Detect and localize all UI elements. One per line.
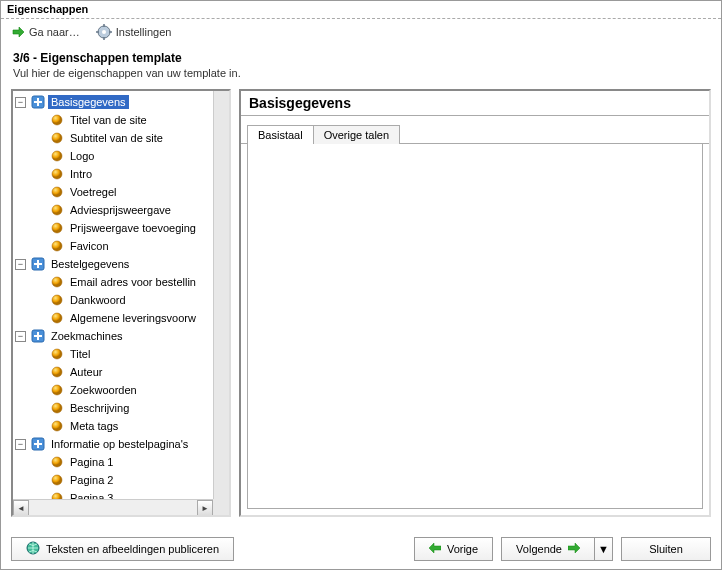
tree-item-label: Titel van de site [67,113,150,127]
tree-group[interactable]: −Bestelgegevens [15,255,227,273]
tree-item-label: Favicon [67,239,112,253]
page-heading: 3/6 - Eigenschappen template [1,45,721,67]
scroll-left-button[interactable]: ◄ [13,500,29,516]
tree-item[interactable]: Auteur [33,363,227,381]
tree-item[interactable]: Beschrijving [33,399,227,417]
ball-icon [50,275,64,289]
go-to-button[interactable]: Ga naar… [11,25,80,39]
tree-item[interactable]: Favicon [33,237,227,255]
gear-icon [96,24,112,40]
ball-icon [50,185,64,199]
ball-icon [50,149,64,163]
svg-marker-42 [568,543,580,553]
tree-item-label: Prijsweergave toevoeging [67,221,199,235]
tree-group[interactable]: −Basisgegevens [15,93,227,111]
scroll-right-button[interactable]: ► [197,500,213,516]
tree-group-label: Zoekmachines [48,329,126,343]
ball-icon [50,293,64,307]
tree-item[interactable]: Titel [33,345,227,363]
plus-icon [31,437,45,451]
tab-content [247,144,703,509]
close-button[interactable]: Sluiten [621,537,711,561]
footer: Teksten en afbeeldingen publiceren Vorig… [11,537,711,561]
tree-item-label: Intro [67,167,95,181]
ball-icon [50,383,64,397]
tree-item[interactable]: Titel van de site [33,111,227,129]
tabs-row: Basistaal Overige talen [241,120,709,144]
arrow-left-icon [429,543,441,555]
svg-point-22 [52,295,62,305]
tree-item-label: Algemene leveringsvoorw [67,311,199,325]
svg-point-23 [52,313,62,323]
scrollbar-horizontal[interactable]: ◄ ► [13,499,213,515]
tab-overige-talen[interactable]: Overige talen [313,125,400,144]
tree-item[interactable]: Subtitel van de site [33,129,227,147]
svg-point-16 [52,223,62,233]
tab-basistaal[interactable]: Basistaal [247,125,314,144]
tree-item[interactable]: Adviesprijsweergave [33,201,227,219]
settings-label: Instellingen [116,26,172,38]
next-button[interactable]: Volgende [501,537,595,561]
tree-group-label: Basisgegevens [48,95,129,109]
settings-button[interactable]: Instellingen [96,24,172,40]
publish-label: Teksten en afbeeldingen publiceren [46,543,219,555]
properties-panel: Basisgegevens Basistaal Overige talen [239,89,711,517]
tree[interactable]: −BasisgegevensTitel van de siteSubtitel … [13,91,229,515]
ball-icon [50,365,64,379]
ball-icon [50,455,64,469]
tree-item[interactable]: Meta tags [33,417,227,435]
svg-point-12 [52,151,62,161]
tree-item[interactable]: Intro [33,165,227,183]
scroll-track-h[interactable] [29,500,197,515]
collapse-toggle[interactable]: − [15,331,26,342]
tab-label: Basistaal [258,129,303,141]
svg-point-35 [52,457,62,467]
plus-icon [31,257,45,271]
tree-item[interactable]: Logo [33,147,227,165]
title-bar: Eigenschappen [1,1,721,19]
tree-item[interactable]: Zoekwoorden [33,381,227,399]
publish-button[interactable]: Teksten en afbeeldingen publiceren [11,537,234,561]
ball-icon [50,473,64,487]
collapse-toggle[interactable]: − [15,97,26,108]
tree-group-label: Bestelgegevens [48,257,132,271]
prev-button[interactable]: Vorige [414,537,493,561]
tree-item[interactable]: Pagina 1 [33,453,227,471]
window-title: Eigenschappen [7,3,88,15]
tree-item-label: Dankwoord [67,293,129,307]
collapse-toggle[interactable]: − [15,439,26,450]
tree-item-label: Pagina 1 [67,455,116,469]
tree-group[interactable]: −Zoekmachines [15,327,227,345]
collapse-toggle[interactable]: − [15,259,26,270]
tree-item-label: Zoekwoorden [67,383,140,397]
svg-point-36 [52,475,62,485]
tree-item[interactable]: Prijsweergave toevoeging [33,219,227,237]
svg-marker-41 [429,543,441,553]
svg-point-13 [52,169,62,179]
tree-item-label: Beschrijving [67,401,132,415]
prev-label: Vorige [447,543,478,555]
tree-item-label: Titel [67,347,93,361]
tree-group[interactable]: −Informatie op bestelpagina's [15,435,227,453]
go-to-label: Ga naar… [29,26,80,38]
next-label: Volgende [516,543,562,555]
tree-item[interactable]: Voetregel [33,183,227,201]
svg-point-15 [52,205,62,215]
svg-point-10 [52,115,62,125]
tree-item-label: Logo [67,149,97,163]
toolbar: Ga naar… Instellingen [1,19,721,45]
nav-buttons: Vorige Volgende ▼ Sluiten [414,537,711,561]
chevron-down-icon: ▼ [598,543,609,555]
tab-label: Overige talen [324,129,389,141]
tree-item[interactable]: Algemene leveringsvoorw [33,309,227,327]
tree-item[interactable]: Pagina 2 [33,471,227,489]
plus-icon [31,95,45,109]
tree-item[interactable]: Email adres voor bestellin [33,273,227,291]
tree-item[interactable]: Dankwoord [33,291,227,309]
next-dropdown-button[interactable]: ▼ [595,537,613,561]
tree-item-label: Voetregel [67,185,119,199]
tree-item-label: Pagina 2 [67,473,116,487]
svg-point-28 [52,367,62,377]
scroll-corner [213,499,229,515]
scrollbar-vertical[interactable] [213,91,229,499]
